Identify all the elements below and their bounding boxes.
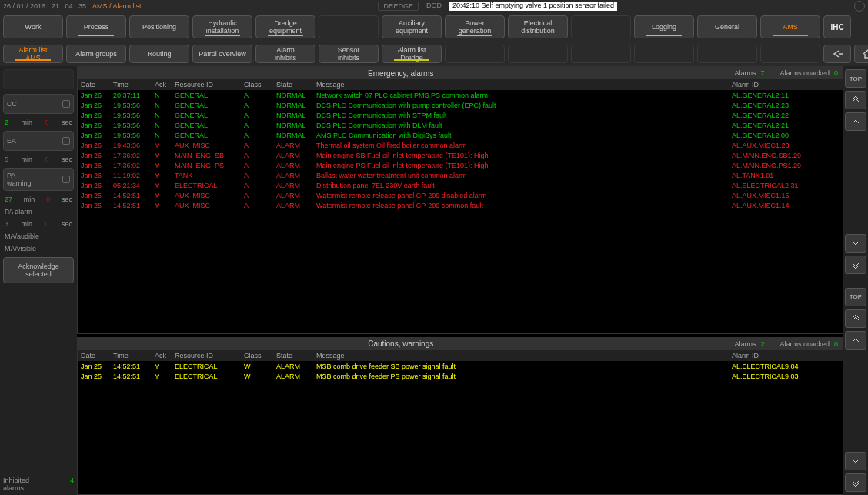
alarm-row[interactable]: Jan 2611:19:02YTANKAALARMBallast water w…	[81, 171, 840, 181]
caution-rows: Jan 2514:52:51YELECTRICALWALARMMSB comb …	[78, 361, 843, 494]
subnav-patrol-overview[interactable]: Patrol overview	[192, 45, 252, 63]
checkbox[interactable]	[62, 137, 70, 145]
stat-unacked-label: Alarms unacked	[780, 69, 830, 77]
scroll-top-icon[interactable]	[845, 309, 866, 328]
checkbox[interactable]	[62, 176, 70, 183]
nav-power[interactable]: Powergeneration	[445, 15, 505, 38]
scroll-bottom-icon[interactable]	[845, 473, 866, 492]
alarm-row[interactable]: Jan 2619:53:56NGENERALANORMALDCS PLC Com…	[81, 111, 840, 121]
timer-row: 5min0sec	[3, 156, 74, 163]
nav-dredge[interactable]: Dredgeequipment	[255, 15, 315, 38]
checkbox[interactable]	[62, 100, 70, 108]
nav-auxiliary[interactable]: Auxiliaryequipment	[382, 15, 442, 38]
subnav-alarm-list[interactable]: Alarm listDredge	[382, 45, 442, 63]
subnav-empty	[697, 45, 757, 63]
panel-title: Emergency, alarms	[82, 69, 719, 78]
date: 26 / 01 / 2016	[3, 2, 45, 10]
nav-general[interactable]: General	[697, 15, 757, 38]
side-ack[interactable]	[3, 69, 74, 89]
home-icon[interactable]	[854, 45, 868, 63]
top-button[interactable]: TOP	[845, 69, 866, 88]
alarm-row[interactable]: Jan 2620:37:11NGENERALANORMALNetwork swi…	[81, 91, 840, 101]
acknowledge-selected-button[interactable]: Acknowledgeselected	[3, 257, 74, 283]
alarm-row[interactable]: Jan 2514:52:51YAUX_MISCAALARMWatermist r…	[81, 201, 840, 211]
alarm-row[interactable]: Jan 2619:53:56NGENERALANORMALAMS PLC Com…	[81, 131, 840, 141]
tag-dredge: DREDGE	[378, 2, 419, 11]
nav-empty	[319, 15, 379, 38]
scroll-down-icon[interactable]	[845, 452, 866, 470]
subnav-empty	[760, 45, 820, 63]
emergency-rows: Jan 2620:37:11NGENERALANORMALNetwork swi…	[78, 90, 843, 333]
breadcrumb: AMS / Alarm list	[92, 2, 142, 10]
alarm-row[interactable]: Jan 2514:52:51YELECTRICALWALARMMSB comb …	[81, 362, 840, 372]
timer-row: 3min0sec	[3, 220, 74, 228]
back-icon[interactable]	[823, 45, 851, 63]
scroll-up-icon[interactable]	[845, 331, 866, 350]
stat-alarms-value: 7	[760, 69, 764, 77]
nav-hydraulic[interactable]: Hydraulicinstallation	[192, 15, 252, 38]
stat-alarms-label: Alarms	[734, 340, 756, 348]
alarm-row[interactable]: Jan 2619:53:56NGENERALANORMALDCS PLC Com…	[81, 101, 840, 111]
scroll-bottom-icon[interactable]	[845, 256, 866, 274]
alarm-row[interactable]: Jan 2617:36:02YMAIN_ENG_PSAALARMMain eng…	[81, 161, 840, 171]
subnav-empty	[571, 45, 631, 63]
topbar: 26 / 01 / 2016 21 : 04 : 35 AMS / Alarm …	[0, 0, 868, 12]
nav-positioning[interactable]: Positioning	[129, 15, 189, 38]
subnav-alarm[interactable]: Alarminhibits	[255, 45, 315, 63]
nav-work[interactable]: Work	[3, 15, 63, 38]
nav-row-1: WorkProcessPositioningHydraulicinstallat…	[0, 12, 868, 42]
alarm-row[interactable]: Jan 2514:52:51YELECTRICALWALARMMSB comb …	[81, 372, 840, 382]
nav-logging[interactable]: Logging	[634, 15, 694, 38]
side-pa-alarm[interactable]: PA alarm	[3, 208, 74, 216]
notification: 20:42:10 Self emptying valve 1 position …	[449, 2, 617, 11]
content: Emergency, alarms Alarms 7 Alarms unacke…	[77, 66, 843, 495]
panel-caution: Cautions, warnings Alarms 2 Alarms unack…	[77, 337, 843, 495]
subnav-empty	[508, 45, 568, 63]
stat-alarms-value: 2	[760, 340, 764, 348]
subnav-routing[interactable]: Routing	[129, 45, 189, 63]
nav-electrical[interactable]: Electricaldistribution	[508, 15, 568, 38]
scroll-up-icon[interactable]	[845, 112, 866, 131]
alarm-row[interactable]: Jan 2619:43:36YAUX_MISCAALARMThermal oil…	[81, 141, 840, 151]
side-pa[interactable]: PAwarning	[3, 168, 74, 191]
stat-alarms-label: Alarms	[734, 69, 756, 77]
subnav-alarm-groups[interactable]: Alarm groups	[66, 45, 126, 63]
tag-dod: DOD	[426, 2, 442, 11]
clock-icon[interactable]	[854, 1, 865, 12]
scrollbar-emergency: TOP TOP	[843, 66, 868, 495]
nav-row-2: Alarm listAMSAlarm groupsRoutingPatrol o…	[0, 42, 868, 66]
scroll-down-icon[interactable]	[845, 234, 866, 253]
inhibited-alarms: Inhibitedalarms4	[3, 477, 74, 492]
column-header: DateTimeAckResource IDClassStateMessageA…	[78, 350, 843, 361]
subnav-alarm-list[interactable]: Alarm listAMS	[3, 45, 63, 63]
sidebar: CC2min0secEA5min0secPAwarning27min0secPA…	[0, 66, 77, 495]
panel-emergency: Emergency, alarms Alarms 7 Alarms unacke…	[77, 66, 843, 334]
alarm-row[interactable]: Jan 2514:52:51YAUX_MISCAALARMWatermist r…	[81, 191, 840, 201]
subnav-sensor[interactable]: Sensorinhibits	[319, 45, 379, 63]
alarm-row[interactable]: Jan 2619:53:56NGENERALANORMALDCS PLC Com…	[81, 121, 840, 131]
nav-ams[interactable]: AMS	[760, 15, 820, 38]
top-button[interactable]: TOP	[845, 288, 866, 306]
side-ma-audible[interactable]: MA/audible	[3, 232, 74, 240]
timer-row: 27min0sec	[3, 196, 74, 203]
side-ea[interactable]: EA	[3, 131, 74, 151]
subnav-empty	[634, 45, 694, 63]
logo: IHC	[823, 15, 851, 38]
stat-unacked-label: Alarms unacked	[780, 340, 830, 348]
side-cc[interactable]: CC	[3, 94, 74, 114]
subnav-empty	[445, 45, 505, 63]
nav-empty	[571, 15, 631, 38]
alarm-row[interactable]: Jan 2605:21:34YELECTRICALAALARMDistribut…	[81, 181, 840, 191]
scroll-top-icon[interactable]	[845, 91, 866, 109]
nav-process[interactable]: Process	[66, 15, 126, 38]
column-header: DateTimeAckResource IDClassStateMessageA…	[78, 79, 843, 90]
alarm-row[interactable]: Jan 2617:36:02YMAIN_ENG_SBAALARMMain eng…	[81, 151, 840, 161]
time: 21 : 04 : 35	[52, 2, 86, 10]
panel-title: Cautions, warnings	[82, 339, 719, 348]
timer-row: 2min0sec	[3, 119, 74, 126]
side-ma-visible[interactable]: MA/visible	[3, 245, 74, 253]
stat-unacked-value: 0	[834, 69, 838, 77]
stat-unacked-value: 0	[834, 340, 838, 348]
